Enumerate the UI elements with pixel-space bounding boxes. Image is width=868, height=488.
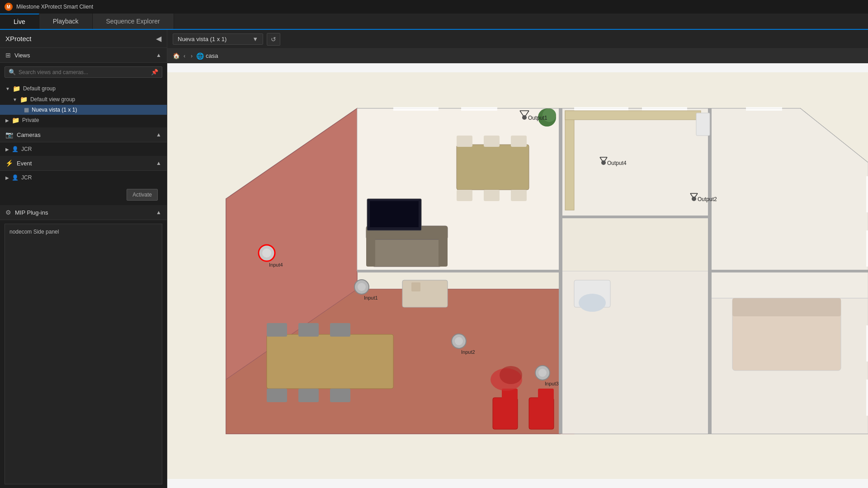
- globe-icon: 🌐: [196, 52, 204, 60]
- tree-item-default-group[interactable]: ▼ 📁 Default group: [0, 83, 167, 94]
- cameras-icon: 📷: [5, 131, 13, 138]
- views-tree: ▼ 📁 Default group ▼ 📁 Default view group…: [0, 81, 167, 127]
- main-layout: XProtect ◀ ⊞ Views ▲ 🔍 📌 ▼ 📁 Default gro…: [0, 30, 868, 488]
- svg-text:Input3: Input3: [545, 381, 559, 386]
- svg-text:Output2: Output2: [698, 196, 717, 202]
- folder-icon-private: 📁: [12, 117, 19, 124]
- cameras-tree: ▶ 👤 JCR: [0, 142, 167, 156]
- tree-item-private[interactable]: ▶ 📁 Private: [0, 115, 167, 126]
- event-section-header[interactable]: ⚡ Event ▲: [0, 156, 167, 171]
- svg-rect-39: [298, 323, 319, 337]
- expand-arrow: ▼: [5, 86, 10, 91]
- svg-point-77: [262, 249, 271, 258]
- svg-rect-15: [393, 107, 439, 111]
- svg-rect-32: [484, 136, 500, 147]
- folder-icon-sub: 📁: [20, 96, 28, 103]
- svg-rect-18: [642, 107, 687, 111]
- map-area[interactable]: Output1 Output4 Output2: [167, 63, 868, 488]
- search-input[interactable]: [19, 69, 148, 75]
- mip-label: MIP Plug-ins: [15, 209, 48, 216]
- svg-rect-31: [457, 136, 472, 147]
- svg-text:Output4: Output4: [607, 160, 627, 166]
- svg-point-51: [500, 366, 522, 384]
- tab-playback[interactable]: Playback: [39, 14, 93, 29]
- person-icon: 👤: [12, 146, 19, 152]
- svg-rect-42: [298, 389, 319, 402]
- nav-forward-button[interactable]: ›: [189, 52, 194, 60]
- sidebar-title: XProtect: [5, 35, 32, 42]
- tree-item-label: Private: [22, 117, 39, 123]
- svg-rect-20: [866, 176, 868, 212]
- tree-item-label: JCR: [21, 146, 32, 152]
- breadcrumb-bar: 🏠 ‹ › 🌐 casa: [167, 49, 868, 63]
- svg-point-69: [601, 160, 606, 165]
- svg-text:Output1: Output1: [528, 115, 547, 121]
- home-button[interactable]: 🏠: [173, 52, 180, 59]
- view-selector-label: Nueva vista (1 x 1): [178, 36, 250, 42]
- svg-rect-17: [574, 107, 628, 111]
- cameras-label: Cameras: [17, 131, 41, 138]
- svg-rect-34: [457, 190, 472, 201]
- svg-text:Input1: Input1: [364, 295, 378, 300]
- svg-rect-49: [538, 389, 554, 400]
- svg-rect-41: [267, 389, 287, 402]
- mip-icon: ⚙: [5, 209, 11, 216]
- reset-view-button[interactable]: ↺: [267, 33, 280, 46]
- tree-item-label: Default group: [23, 85, 56, 92]
- breadcrumb-path: casa: [206, 52, 218, 59]
- mip-plugin-text: nodecom Side panel: [9, 229, 59, 235]
- svg-rect-47: [529, 398, 554, 429]
- tree-item-label: Default view group: [30, 96, 75, 103]
- svg-rect-57: [370, 201, 419, 227]
- tree-item-cam-jcr[interactable]: ▶ 👤 JCR: [0, 144, 167, 154]
- svg-point-74: [692, 197, 696, 201]
- view-selector[interactable]: Nueva vista (1 x 1) ▼: [173, 33, 263, 45]
- svg-rect-26: [366, 226, 375, 267]
- app-icon: M: [5, 3, 13, 11]
- toolbar: Nueva vista (1 x 1) ▼ ↺: [167, 30, 868, 49]
- mip-chevron: ▲: [156, 209, 161, 216]
- reset-icon: ↺: [271, 36, 276, 43]
- svg-rect-33: [511, 136, 527, 147]
- expand-arrow-event: ▶: [5, 175, 9, 180]
- svg-rect-16: [461, 107, 497, 111]
- svg-text:Input2: Input2: [461, 349, 475, 355]
- mip-section-header[interactable]: ⚙ MIP Plug-ins ▲: [0, 205, 167, 220]
- event-tree: ▶ 👤 JCR: [0, 171, 167, 184]
- tree-item-event-jcr[interactable]: ▶ 👤 JCR: [0, 173, 167, 183]
- svg-point-83: [455, 337, 463, 345]
- expand-arrow-sub: ▼: [13, 97, 17, 102]
- tree-item-default-view-group[interactable]: ▼ 📁 Default view group: [0, 94, 167, 105]
- svg-rect-59: [565, 111, 701, 120]
- expand-arrow-cam: ▶: [5, 147, 9, 152]
- svg-rect-37: [267, 334, 393, 389]
- svg-rect-43: [330, 389, 350, 402]
- svg-rect-27: [439, 226, 448, 267]
- person-icon-event: 👤: [12, 174, 19, 181]
- activate-button[interactable]: Activate: [127, 189, 158, 201]
- svg-rect-40: [330, 323, 350, 337]
- pin-icon[interactable]: 📌: [151, 69, 158, 75]
- svg-rect-29: [411, 282, 420, 291]
- svg-rect-53: [732, 298, 841, 316]
- app-title: Milestone XProtect Smart Client: [16, 4, 93, 10]
- content-area: Nueva vista (1 x 1) ▼ ↺ 🏠 ‹ › 🌐 casa: [167, 30, 868, 488]
- cameras-section-header[interactable]: 📷 Cameras ▲: [0, 127, 167, 142]
- svg-rect-19: [746, 107, 782, 111]
- sidebar-collapse-button[interactable]: ◀: [156, 34, 161, 43]
- event-chevron: ▲: [156, 160, 161, 166]
- tab-sequence-explorer[interactable]: Sequence Explorer: [93, 14, 174, 29]
- svg-rect-46: [493, 398, 518, 429]
- views-section-header[interactable]: ⊞ Views ▲: [0, 48, 167, 63]
- tab-live[interactable]: Live: [0, 14, 39, 29]
- mip-content: nodecom Side panel: [5, 224, 162, 484]
- svg-point-55: [579, 294, 606, 312]
- views-icon: ⊞: [5, 52, 11, 59]
- svg-rect-22: [866, 325, 868, 361]
- svg-rect-23: [866, 380, 868, 416]
- nav-back-button[interactable]: ‹: [182, 52, 187, 60]
- svg-point-64: [522, 115, 527, 120]
- search-bar: 🔍 📌: [5, 66, 162, 78]
- tree-item-nueva-vista[interactable]: ▦ Nueva vista (1 x 1): [0, 105, 167, 115]
- tabbar: Live Playback Sequence Explorer: [0, 14, 868, 30]
